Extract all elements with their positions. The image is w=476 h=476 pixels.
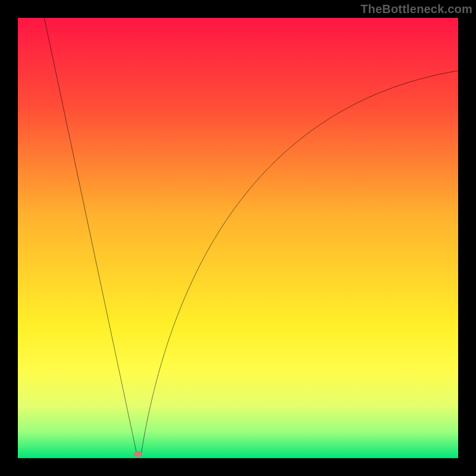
watermark: TheBottleneck.com <box>361 2 472 16</box>
curve-layer <box>18 18 458 458</box>
bottleneck-curve <box>44 18 458 454</box>
chart-root: TheBottleneck.com <box>0 0 476 476</box>
minimum-marker <box>134 451 142 457</box>
